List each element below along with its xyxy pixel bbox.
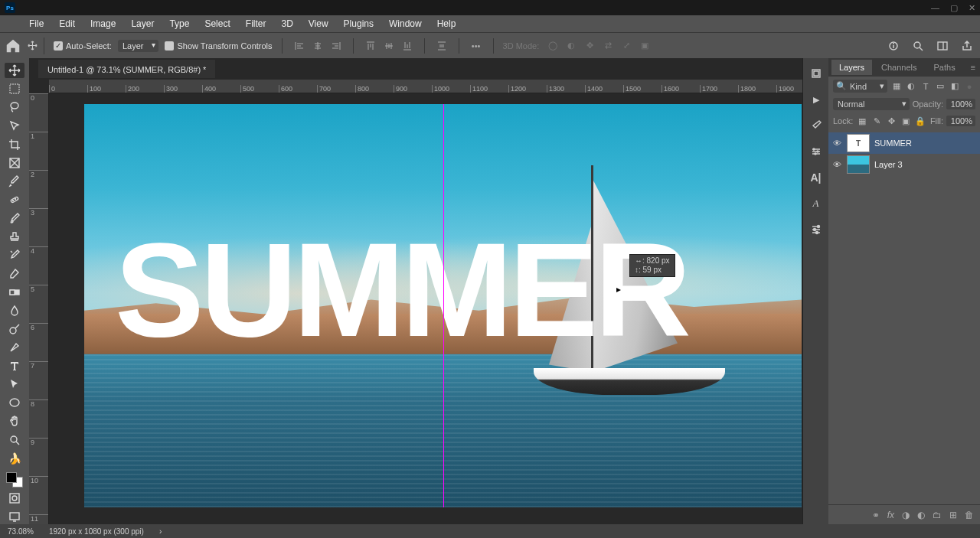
- lock-all-icon[interactable]: 🔒: [914, 115, 926, 127]
- gradient-tool[interactable]: [5, 285, 24, 300]
- distribute-icon[interactable]: [434, 38, 449, 54]
- brush-tool[interactable]: [5, 210, 24, 226]
- zoom-tool[interactable]: [5, 432, 24, 448]
- path-select-tool[interactable]: [5, 377, 24, 392]
- document-dims[interactable]: 1920 px x 1080 px (300 ppi): [49, 527, 144, 536]
- menu-layer[interactable]: Layer: [125, 16, 160, 31]
- properties-panel-icon[interactable]: [807, 220, 825, 239]
- auto-select-checkbox[interactable]: Auto-Select:: [54, 41, 112, 51]
- vertical-guide[interactable]: [443, 104, 444, 507]
- blur-tool[interactable]: [5, 303, 24, 318]
- dodge-tool[interactable]: [5, 321, 24, 337]
- show-transform-checkbox[interactable]: Show Transform Controls: [165, 41, 272, 51]
- delete-layer-icon[interactable]: 🗑: [965, 510, 974, 520]
- opacity-input[interactable]: 100%: [946, 99, 975, 109]
- status-arrow-icon[interactable]: ›: [159, 527, 162, 536]
- type-tool[interactable]: [5, 358, 24, 373]
- filter-toggle-icon[interactable]: ●: [963, 80, 975, 93]
- paths-tab[interactable]: Paths: [926, 60, 963, 75]
- workspace-icon[interactable]: [934, 37, 951, 54]
- share-icon[interactable]: [959, 37, 975, 54]
- quick-mask-icon[interactable]: [5, 491, 24, 506]
- horizontal-ruler[interactable]: 0100200300400500600700800900100011001200…: [49, 80, 802, 93]
- menu-window[interactable]: Window: [383, 16, 428, 31]
- more-align-icon[interactable]: •••: [469, 38, 484, 54]
- layer-mask-icon[interactable]: ◑: [902, 510, 910, 520]
- lock-transparent-icon[interactable]: ▦: [856, 115, 868, 127]
- pen-tool[interactable]: [5, 340, 24, 355]
- align-left-icon[interactable]: [292, 38, 307, 54]
- layers-tab[interactable]: Layers: [831, 60, 872, 75]
- character-panel-icon[interactable]: A|: [807, 168, 825, 187]
- selection-tool[interactable]: [5, 118, 24, 133]
- menu-filter[interactable]: Filter: [240, 16, 273, 31]
- menu-type[interactable]: Type: [163, 16, 195, 31]
- zoom-level[interactable]: 73.08%: [8, 527, 34, 536]
- minimize-button[interactable]: —: [931, 3, 939, 13]
- align-vcenter-icon[interactable]: [381, 38, 397, 54]
- filter-type-icon[interactable]: T: [920, 80, 932, 93]
- menu-help[interactable]: Help: [431, 16, 462, 31]
- layer-group-icon[interactable]: 🗀: [933, 510, 942, 520]
- auto-select-target-dropdown[interactable]: Layer: [118, 40, 159, 52]
- adjustments-panel-icon[interactable]: [807, 142, 825, 161]
- new-layer-icon[interactable]: ⊞: [949, 510, 957, 520]
- visibility-toggle-icon[interactable]: 👁: [831, 159, 842, 170]
- cloud-docs-icon[interactable]: [885, 37, 902, 54]
- align-hcenter-icon[interactable]: [310, 38, 325, 54]
- maximize-button[interactable]: ▢: [950, 3, 958, 13]
- edit-toolbar-icon[interactable]: 🍌: [5, 451, 24, 466]
- crop-tool[interactable]: [5, 137, 24, 152]
- move-tool-indicator-icon[interactable]: [28, 37, 44, 54]
- actions-panel-icon[interactable]: ▶: [807, 90, 825, 109]
- fill-input[interactable]: 100%: [946, 116, 975, 126]
- link-layers-icon[interactable]: ⚭: [872, 510, 880, 520]
- adjustment-layer-icon[interactable]: ◐: [917, 510, 925, 520]
- align-bottom-icon[interactable]: [400, 38, 415, 54]
- eyedropper-tool[interactable]: [5, 174, 24, 189]
- move-tool[interactable]: [5, 63, 24, 78]
- layer-row[interactable]: 👁 T SUMMER: [828, 132, 980, 154]
- filter-adjust-icon[interactable]: ◐: [905, 80, 917, 93]
- menu-file[interactable]: File: [23, 16, 50, 31]
- close-button[interactable]: ✕: [969, 3, 975, 13]
- eraser-tool[interactable]: [5, 266, 24, 281]
- vertical-ruler[interactable]: 01234567891011: [29, 93, 49, 524]
- channels-tab[interactable]: Channels: [874, 60, 924, 75]
- panel-menu-icon[interactable]: ≡: [971, 63, 980, 72]
- paragraph-panel-icon[interactable]: A: [807, 194, 825, 213]
- menu-edit[interactable]: Edit: [53, 16, 81, 31]
- screen-mode-icon[interactable]: [5, 509, 24, 524]
- shape-tool[interactable]: [5, 395, 24, 410]
- canvas[interactable]: SUMMER ↔: 820 px ↕: 59 px ▸: [84, 104, 802, 507]
- frame-tool[interactable]: [5, 155, 24, 171]
- stamp-tool[interactable]: [5, 229, 24, 244]
- foreground-color[interactable]: [6, 472, 17, 483]
- healing-tool[interactable]: [5, 192, 24, 207]
- history-panel-icon[interactable]: [807, 64, 825, 83]
- filter-smart-icon[interactable]: ◧: [949, 80, 961, 93]
- menu-plugins[interactable]: Plugins: [338, 16, 380, 31]
- filter-pixel-icon[interactable]: ▦: [890, 80, 903, 93]
- layer-thumbnail[interactable]: T: [847, 134, 870, 152]
- lock-artboard-icon[interactable]: ▣: [900, 115, 912, 127]
- home-icon[interactable]: [5, 37, 21, 54]
- align-right-icon[interactable]: [328, 38, 344, 54]
- layer-fx-icon[interactable]: fx: [887, 510, 894, 520]
- visibility-toggle-icon[interactable]: 👁: [831, 138, 842, 148]
- layer-row[interactable]: 👁 Layer 3: [828, 154, 980, 175]
- lock-pixels-icon[interactable]: ✎: [871, 115, 883, 127]
- layer-name[interactable]: SUMMER: [874, 139, 912, 148]
- filter-shape-icon[interactable]: ▭: [934, 80, 946, 93]
- brushes-panel-icon[interactable]: [807, 116, 825, 135]
- color-swatch[interactable]: [6, 472, 23, 487]
- menu-select[interactable]: Select: [198, 16, 236, 31]
- history-brush-tool[interactable]: [5, 247, 24, 262]
- lock-position-icon[interactable]: ✥: [885, 115, 897, 127]
- lasso-tool[interactable]: [5, 99, 24, 115]
- menu-view[interactable]: View: [302, 16, 335, 31]
- layer-filter-dropdown[interactable]: 🔍 Kind▾: [833, 80, 887, 93]
- search-icon[interactable]: [910, 37, 926, 54]
- layer-thumbnail[interactable]: [847, 155, 870, 174]
- marquee-tool[interactable]: [5, 81, 24, 96]
